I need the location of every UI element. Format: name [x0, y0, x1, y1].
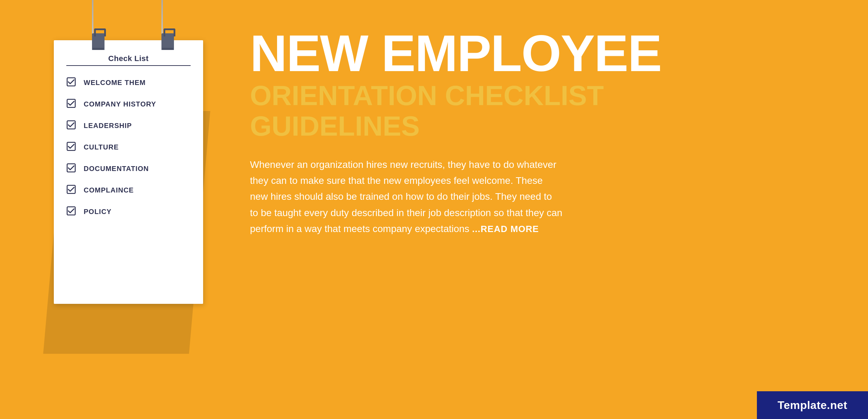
list-item: LEADERSHIP: [66, 120, 191, 131]
clip-right: [161, 33, 174, 50]
item-label: COMPANY HISTORY: [84, 100, 156, 108]
template-badge-text: Template.net: [778, 399, 848, 412]
list-item: COMPANY HISTORY: [66, 99, 191, 110]
checkbox-icon: [66, 77, 77, 88]
description: Whenever an organization hires new recru…: [250, 157, 562, 237]
title-underline: [66, 65, 191, 66]
item-label: COMPLAINCE: [84, 186, 134, 194]
list-item: WELCOME THEM: [66, 77, 191, 88]
list-item: DOCUMENTATION: [66, 163, 191, 174]
checkbox-icon: [66, 206, 77, 217]
right-content: NEW EMPLOYEE ORIENTATION CHECKLIST GUIDE…: [250, 28, 819, 237]
checklist-items: WELCOME THEM COMPANY HISTORY LEADERSHIP …: [66, 77, 191, 217]
template-badge[interactable]: Template.net: [757, 391, 868, 419]
clip-left: [92, 33, 105, 50]
checklist-title: Check List: [66, 54, 191, 63]
read-more[interactable]: ...READ MORE: [472, 224, 539, 234]
checkbox-icon: [66, 99, 77, 110]
checklist-paper: Check List WELCOME THEM COMPANY HISTORY …: [54, 40, 203, 304]
main-title-line2: ORIENTATION CHECKLIST GUIDELINES: [250, 80, 819, 142]
item-label: DOCUMENTATION: [84, 165, 149, 173]
item-label: WELCOME THEM: [84, 79, 146, 87]
item-label: POLICY: [84, 208, 111, 216]
checkbox-icon: [66, 120, 77, 131]
strings-container: [54, 0, 203, 45]
list-item: CULTURE: [66, 142, 191, 153]
item-label: CULTURE: [84, 143, 119, 151]
main-title-line1: NEW EMPLOYEE: [250, 28, 819, 79]
item-label: LEADERSHIP: [84, 122, 132, 130]
checkbox-icon: [66, 185, 77, 196]
list-item: COMPLAINCE: [66, 185, 191, 196]
list-item: POLICY: [66, 206, 191, 217]
checkbox-icon: [66, 142, 77, 153]
checkbox-icon: [66, 163, 77, 174]
